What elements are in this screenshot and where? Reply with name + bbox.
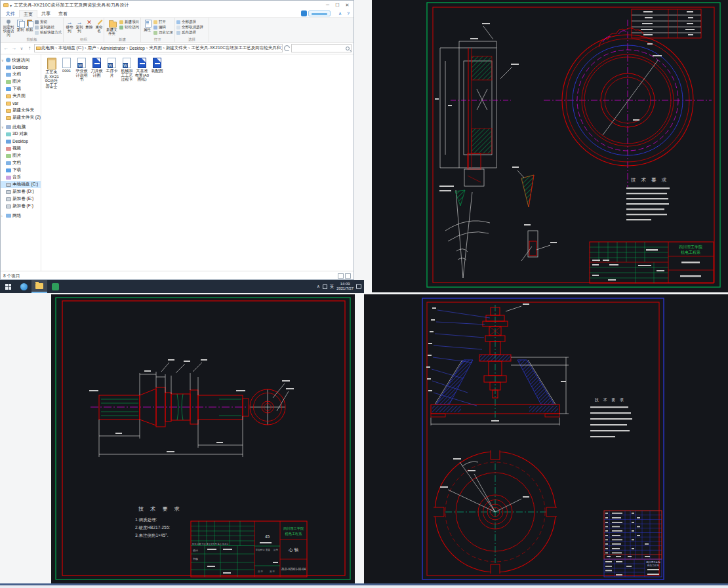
sidebar-item-folder[interactable]: 新建文件夹 [1, 107, 41, 114]
paste-shortcut-button[interactable]: 粘贴快捷方式 [35, 30, 62, 35]
taskbar-app-button[interactable] [47, 280, 63, 293]
pin-to-quick-access-button[interactable]: 固定到快速访问 [2, 18, 15, 37]
recent-locations-icon[interactable]: ∨ [18, 46, 25, 50]
breadcrumb-segment[interactable]: 此电脑 [41, 45, 54, 51]
start-button[interactable] [0, 280, 16, 293]
file-item[interactable]: 0001 [59, 57, 74, 73]
sidebar-item-folder[interactable]: var [1, 100, 41, 107]
taskbar-clock[interactable]: 14:092021/7/27 [336, 282, 354, 291]
select-all-button[interactable]: 全部选择 [176, 20, 203, 24]
file-item[interactable]: 刀具设计图 [89, 57, 104, 77]
notification-center-icon[interactable] [356, 284, 361, 289]
sidebar-item-downloads[interactable]: 下载 [1, 167, 41, 174]
taskbar-explorer-button[interactable] [31, 280, 47, 293]
sidebar-section-network[interactable]: ›网络 [1, 212, 41, 219]
sidebar-item-volume-d[interactable]: 新加卷 (D:) [1, 188, 41, 195]
new-item-button[interactable]: 新建项目 [119, 20, 139, 24]
breadcrumb-segment[interactable]: Desktop [129, 46, 145, 50]
sidebar-section-this-pc[interactable]: ∨此电脑 [1, 123, 41, 130]
tab-file[interactable]: 文件 [2, 10, 19, 18]
details-view-icon[interactable] [338, 273, 344, 279]
open-button[interactable]: 打开 [153, 20, 173, 24]
breadcrumb-segment[interactable]: 用户 [87, 45, 96, 51]
tab-view[interactable]: 查看 [54, 10, 71, 18]
file-item[interactable]: 机械加工工艺过程卡 [119, 57, 134, 82]
search-box [291, 44, 352, 52]
cut-icon [35, 20, 39, 24]
ribbon-group-open: 属性 打开 编辑 历史记录 打开 [141, 18, 175, 42]
move-to-button[interactable]: →移动到 [65, 18, 74, 37]
sidebar-item-volume-f[interactable]: 新加卷 (F:) [1, 203, 41, 210]
delete-button[interactable]: ✕删除 [85, 18, 94, 37]
tab-home[interactable]: 主页 [19, 10, 37, 18]
breadcrumb-segment[interactable]: 工艺夹具-XK210C齿坯加工工艺及两齿轮夹具和刀具设计 [192, 45, 283, 51]
file-item[interactable]: 工艺夹具-XK210C齿坯加工工艺及夹具设... [44, 57, 59, 88]
rename-button[interactable]: 重命名 [94, 18, 104, 37]
maximize-button[interactable]: ☐ [333, 1, 342, 10]
sidebar-item-desktop[interactable]: Desktop [1, 64, 41, 71]
easy-access-button[interactable]: 轻松访问 [119, 25, 139, 29]
sidebar-section-quick-access[interactable]: ∨快速访问 [1, 56, 41, 64]
refresh-icon[interactable] [284, 45, 290, 51]
svg-text:3.未注倒角1×45°.: 3.未注倒角1×45°. [135, 533, 169, 538]
history-button[interactable]: 历史记录 [153, 30, 173, 35]
file-item[interactable]: 毕业设计说明书 [74, 57, 89, 82]
sidebar-item-music[interactable]: 音乐 [1, 174, 41, 181]
tray-expand-icon[interactable]: ∧ [317, 284, 320, 289]
svg-text:四川理工学院: 四川理工学院 [646, 560, 660, 564]
breadcrumb-segment[interactable]: 新建文件夹 [166, 45, 188, 51]
location-folder-icon [36, 47, 41, 50]
file-item[interactable]: 装配图 [150, 57, 165, 73]
taskbar-browser-button[interactable] [16, 280, 31, 293]
forward-icon[interactable]: → [10, 45, 17, 51]
breadcrumb[interactable]: 此电脑› 本地磁盘 (C:)› 用户› Administrator› Deskt… [34, 44, 283, 52]
cloud-sync-badge[interactable] [301, 10, 331, 16]
file-item[interactable]: 工序卡片 [104, 57, 119, 77]
edit-button[interactable]: 编辑 [153, 25, 173, 29]
sidebar-item-pictures[interactable]: 图片 [1, 152, 41, 159]
quick-access-toolbar-arrow-icon[interactable]: ▾ [10, 3, 12, 8]
back-icon[interactable]: ← [3, 45, 9, 51]
sidebar-item-3d-objects[interactable]: 3D 对象 [1, 130, 41, 138]
sidebar-item-local-disk-c[interactable]: 本地磁盘 (C:) [1, 181, 41, 188]
cut-button[interactable]: 剪切 [35, 20, 62, 24]
new-folder-button[interactable]: 新建文件夹 [106, 18, 118, 37]
breadcrumb-segment[interactable]: Administrator [100, 46, 125, 50]
invert-selection-button[interactable]: 反向选择 [176, 30, 203, 35]
sidebar-item-pictures[interactable]: 图片 [1, 78, 41, 85]
sidebar-item-documents[interactable]: 文档 [1, 159, 41, 167]
tray-status-icon[interactable] [323, 284, 327, 289]
select-none-button[interactable]: 全部取消选择 [176, 25, 203, 29]
copy-button[interactable]: 复制 [16, 18, 24, 37]
sidebar-item-folder[interactable]: 新建文件夹 (2) [1, 114, 41, 121]
copy-to-button[interactable]: →复制到 [75, 18, 84, 37]
up-icon[interactable]: ↑ [26, 45, 33, 51]
sidebar-item-desktop[interactable]: Desktop [1, 138, 41, 145]
close-button[interactable]: ✕ [342, 1, 352, 10]
svg-text:2.硬度HB217-255:: 2.硬度HB217-255: [135, 525, 170, 530]
ribbon-collapse-icon[interactable]: ∧ [338, 11, 342, 16]
group-label-new: 新建 [104, 37, 140, 42]
ribbon-tabs: 文件 主页 共享 查看 ∧ ? [1, 10, 354, 18]
breadcrumb-segment[interactable]: 夹具图 [149, 45, 162, 51]
ime-indicator[interactable]: 英 [330, 284, 334, 290]
minimize-button[interactable]: ─ [323, 1, 333, 10]
sidebar-item-folder[interactable]: 夹具图 [1, 92, 41, 100]
search-input[interactable] [293, 46, 346, 50]
svg-text:四川理工学院: 四川理工学院 [283, 526, 304, 531]
help-icon[interactable]: ? [347, 11, 350, 16]
svg-text:四川理工学院: 四川理工学院 [679, 245, 702, 250]
paste-button[interactable]: 粘贴 [26, 18, 33, 37]
sidebar-item-volume-e[interactable]: 新加卷 (E:) [1, 195, 41, 203]
sidebar-item-videos[interactable]: 视频 [1, 145, 41, 152]
copy-path-button[interactable]: 复制路径 [35, 25, 62, 29]
thumbnail-view-icon[interactable] [345, 273, 351, 279]
dwg-drawing-icon [92, 58, 101, 68]
tab-share[interactable]: 共享 [37, 10, 54, 18]
sidebar-item-documents[interactable]: 文档 [1, 71, 41, 78]
properties-button[interactable]: 属性 [142, 18, 152, 37]
sidebar-item-downloads[interactable]: 下载 [1, 85, 41, 92]
file-item[interactable]: 大基准布置(A0图纸) [134, 57, 150, 82]
cad-drawing-mandrel: 技 术 要 求 1.调质处理: 2.硬度HB217-255: 3.未注倒角1×4… [51, 294, 355, 583]
breadcrumb-segment[interactable]: 本地磁盘 (C:) [58, 45, 84, 51]
